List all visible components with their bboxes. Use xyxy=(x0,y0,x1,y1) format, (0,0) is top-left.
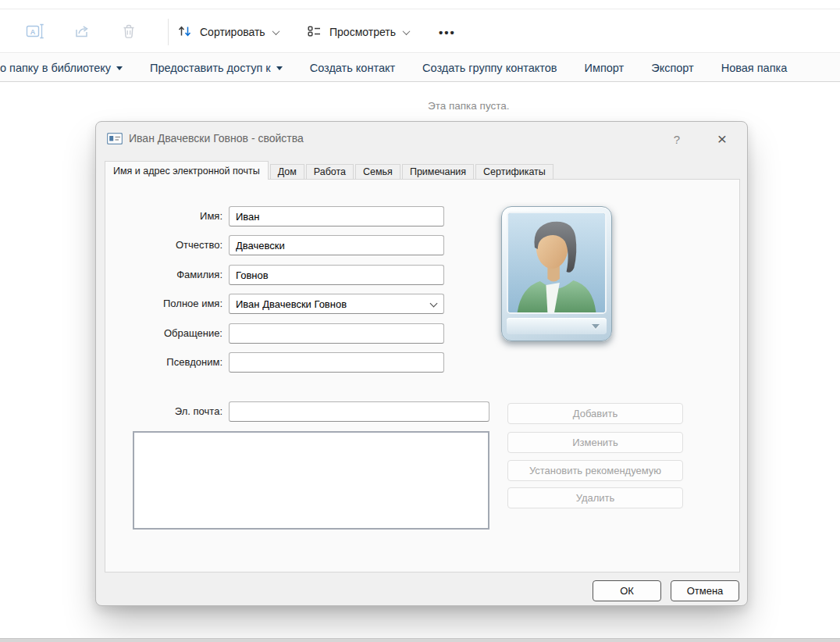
tab-family[interactable]: Семья xyxy=(355,164,400,180)
tab-notes[interactable]: Примечания xyxy=(402,164,474,180)
command-new-contact[interactable]: Создать контакт xyxy=(310,62,395,74)
dropdown-triangle-icon xyxy=(276,66,283,70)
more-options-button[interactable]: ••• xyxy=(431,19,464,45)
full-name-combobox[interactable] xyxy=(229,294,444,314)
email-label: Эл. почта: xyxy=(113,401,222,422)
view-button[interactable]: Просмотреть xyxy=(300,19,415,45)
sort-label: Сортировать xyxy=(200,26,265,38)
toolbar-separator xyxy=(168,19,169,45)
delete-button[interactable] xyxy=(117,20,141,44)
last-name-label: Фамилия: xyxy=(113,265,222,285)
close-icon[interactable]: × xyxy=(710,127,735,152)
svg-text:A: A xyxy=(30,27,36,35)
tab-page-name-and-email: Имя: Отчество: Фамилия: Полное имя: Обра… xyxy=(105,179,740,572)
command-new-contact-group[interactable]: Создать группу контактов xyxy=(422,62,557,74)
nickname-label: Псевдоним: xyxy=(113,352,222,373)
ok-button[interactable]: ОК xyxy=(593,580,661,601)
set-preferred-button[interactable]: Установить рекомендуемую xyxy=(507,460,683,481)
dialog-title: Иван Двачевски Говнов - свойства xyxy=(129,122,304,155)
contact-properties-dialog: Иван Двачевски Говнов - свойства ? × Имя… xyxy=(95,121,748,606)
sort-button[interactable]: Сортировать xyxy=(170,19,285,45)
contact-picture[interactable] xyxy=(501,206,612,341)
tab-work[interactable]: Работа xyxy=(306,164,354,180)
tab-certificates[interactable]: Сертификаты xyxy=(475,164,553,180)
middle-name-input[interactable] xyxy=(229,235,444,255)
edit-email-button[interactable]: Изменить xyxy=(507,432,683,453)
contact-picture-menu-bar[interactable] xyxy=(507,318,607,334)
add-email-button[interactable]: Добавить xyxy=(507,403,683,424)
taskbar-edge xyxy=(0,638,840,642)
tab-name-and-email[interactable]: Имя и адрес электронной почты xyxy=(105,161,269,180)
view-label: Просмотреть xyxy=(329,26,396,38)
ellipsis-icon: ••• xyxy=(439,26,456,39)
explorer-toolbar: A xyxy=(0,9,840,53)
cancel-button[interactable]: Отмена xyxy=(671,580,739,601)
command-import[interactable]: Импорт xyxy=(585,62,625,74)
first-name-input[interactable] xyxy=(229,206,444,226)
rename-button[interactable]: A xyxy=(23,20,47,44)
full-name-label: Полное имя: xyxy=(113,294,222,314)
share-button[interactable] xyxy=(70,20,94,44)
command-export[interactable]: Экспорт xyxy=(651,62,693,74)
remove-email-button[interactable]: Удалить xyxy=(507,487,683,508)
sort-icon xyxy=(176,23,194,41)
command-bar: о папку в библиотеку Предоставить доступ… xyxy=(0,54,840,82)
tab-home[interactable]: Дом xyxy=(270,164,304,180)
dropdown-triangle-icon xyxy=(116,66,123,70)
title-input[interactable] xyxy=(229,323,444,344)
chevron-down-icon xyxy=(403,27,411,35)
email-listbox[interactable] xyxy=(133,431,489,530)
help-button[interactable]: ? xyxy=(666,128,688,150)
middle-name-label: Отчество: xyxy=(113,235,222,255)
dialog-tabs: Имя и адрес электронной почты Дом Работа… xyxy=(105,161,555,180)
contact-picture-image xyxy=(507,212,607,314)
title-label: Обращение: xyxy=(113,323,222,344)
share-icon xyxy=(73,23,91,41)
full-name-input[interactable] xyxy=(229,294,444,314)
empty-folder-text: Эта папка пуста. xyxy=(428,100,510,112)
email-input[interactable] xyxy=(229,401,489,422)
command-new-folder[interactable]: Новая папка xyxy=(721,62,788,74)
nickname-input[interactable] xyxy=(229,352,444,373)
dialog-titlebar[interactable]: Иван Двачевски Говнов - свойства ? × xyxy=(96,122,747,157)
command-share-with[interactable]: Предоставить доступ к xyxy=(150,62,283,74)
dropdown-triangle-icon xyxy=(592,324,600,329)
last-name-input[interactable] xyxy=(229,265,444,285)
rename-icon: A xyxy=(26,23,44,41)
contact-card-icon xyxy=(107,133,123,148)
trash-icon xyxy=(120,23,137,41)
first-name-label: Имя: xyxy=(113,206,222,226)
command-add-to-library[interactable]: о папку в библиотеку xyxy=(0,62,123,74)
view-icon xyxy=(306,23,323,41)
chevron-down-icon xyxy=(272,27,279,35)
